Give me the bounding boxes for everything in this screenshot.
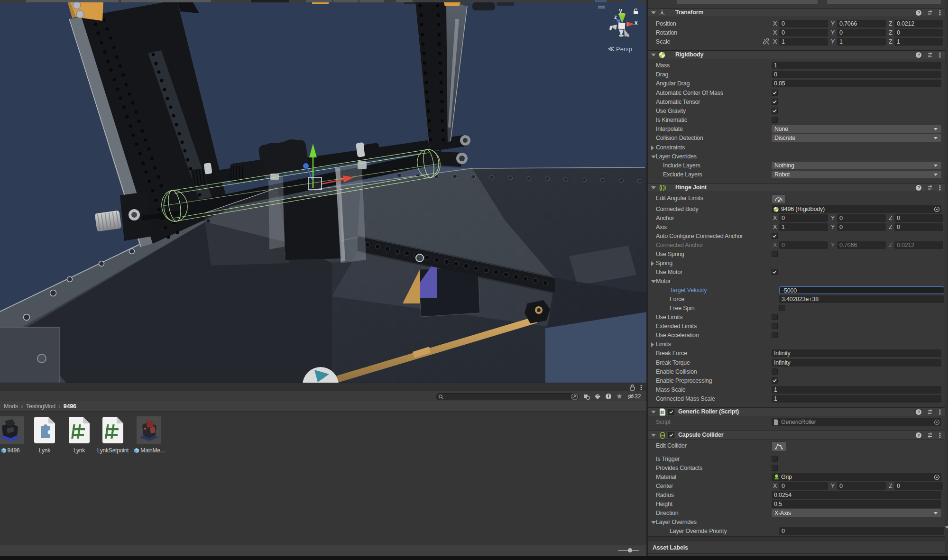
svg-text:Persp: Persp <box>616 46 632 53</box>
svg-text:?: ? <box>918 52 920 57</box>
svg-text:?: ? <box>918 10 920 15</box>
svg-text:y: y <box>619 7 623 14</box>
svg-text:?: ? <box>918 432 920 438</box>
svg-text:z: z <box>614 14 617 20</box>
svg-text:?: ? <box>918 185 920 190</box>
svg-text:32: 32 <box>635 393 641 400</box>
svg-text:?: ? <box>918 409 920 414</box>
svg-text:x: x <box>635 19 638 26</box>
